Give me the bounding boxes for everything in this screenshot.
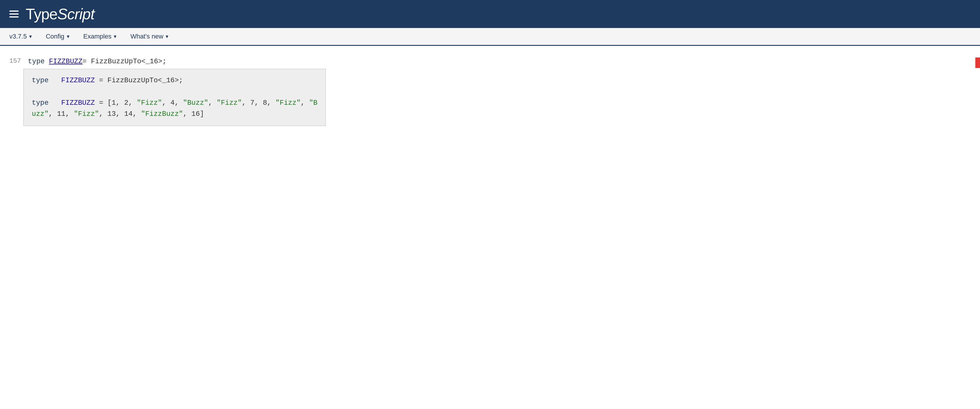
code-line-content: type FIZZBUZZ = FizzBuzzUpTo<_16>; — [28, 57, 980, 65]
tooltip-line-1: type FIZZBUZZ = FizzBuzzUpTo<_16>; — [32, 75, 317, 86]
nav-examples-label: Examples — [83, 33, 112, 40]
nav-config-label: Config — [46, 33, 64, 40]
nav-version-label: v3.7.5 — [10, 33, 27, 40]
code-identifier-fizzbuzz[interactable]: FIZZBUZZ — [49, 57, 83, 65]
header: TypeScript — [0, 0, 980, 28]
nav-examples[interactable]: Examples ▾ — [83, 33, 117, 40]
tooltip-green-7: "FizzBuzz" — [141, 110, 183, 118]
chevron-down-icon: ▾ — [165, 33, 168, 40]
code-area: 157 type FIZZBUZZ = FizzBuzzUpTo<_16>; t… — [0, 46, 980, 135]
line-number: 157 — [0, 57, 28, 65]
tooltip-popup: type FIZZBUZZ = FizzBuzzUpTo<_16>; type … — [23, 69, 326, 126]
tooltip-green-4: "Fizz" — [275, 99, 301, 107]
code-space — [45, 57, 49, 65]
nav-whats-new[interactable]: What's new ▾ — [130, 33, 168, 40]
keyword-type: type — [28, 57, 45, 65]
title-type: Type — [25, 6, 57, 22]
chevron-down-icon: ▾ — [114, 33, 116, 40]
tooltip-green-6: "Fizz" — [74, 110, 99, 118]
tooltip-kw-2: type — [32, 99, 49, 107]
error-marker — [975, 57, 980, 68]
nav-whats-new-label: What's new — [130, 33, 163, 40]
tooltip-kw-1: type — [32, 76, 49, 84]
tooltip-green-3: "Fizz" — [217, 99, 242, 107]
tooltip-line-2: type FIZZBUZZ = [1, 2, "Fizz", 4, "Buzz"… — [32, 97, 317, 108]
nav-version[interactable]: v3.7.5 ▾ — [10, 33, 32, 40]
tooltip-green-2: "Buzz" — [183, 99, 208, 107]
tooltip-line-2-cont: uzz", 11, "Fizz", 13, 14, "FizzBuzz", 16… — [32, 108, 317, 119]
tooltip-ident-2: FIZZBUZZ — [61, 99, 95, 107]
chevron-down-icon: ▾ — [67, 33, 69, 40]
tooltip-green-buzz-cont: uzz" — [32, 110, 49, 118]
chevron-down-icon: ▾ — [29, 33, 32, 40]
tooltip-green-1: "Fizz" — [137, 99, 162, 107]
tooltip-rest-before: = [1, 2, — [99, 99, 137, 107]
hamburger-icon[interactable] — [10, 11, 19, 18]
tooltip-green-5: "B — [309, 99, 318, 107]
tooltip-blank — [32, 86, 317, 97]
tooltip-ident-1: FIZZBUZZ — [61, 76, 95, 84]
code-line-157: 157 type FIZZBUZZ = FizzBuzzUpTo<_16>; — [0, 55, 980, 68]
title-script: Script — [57, 6, 94, 22]
tooltip-rest-1: = FizzBuzzUpTo<_16>; — [99, 76, 183, 84]
site-title: TypeScript — [25, 5, 94, 23]
code-line-rest: = FizzBuzzUpTo<_16>; — [83, 57, 167, 65]
navbar: v3.7.5 ▾ Config ▾ Examples ▾ What's new … — [0, 28, 980, 46]
nav-config[interactable]: Config ▾ — [46, 33, 69, 40]
